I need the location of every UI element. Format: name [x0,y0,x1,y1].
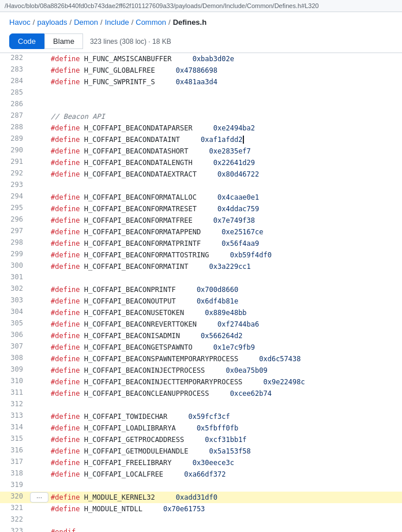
code-view: 282#define H_FUNC_AMSISCANBUFFER 0xbab3d… [0,53,402,532]
line-action-empty [30,480,48,492]
table-row: 283#define H_FUNC_GLOBALFREE 0x47886698 [0,65,402,76]
table-row: 310#define H_COFFAPI_BEACONINJECTTEMPORA… [0,376,402,388]
line-number: 293 [0,180,30,192]
table-row: 297#define H_COFFAPI_BEACONFORMATAPPEND … [0,226,402,238]
line-code: #define H_COFFAPI_GETMODULEHANDLE 0x5a15… [48,445,402,457]
breadcrumb-link-havoc[interactable]: Havoc [9,18,31,27]
line-action-empty [30,469,48,480]
line-action-empty [30,261,48,272]
line-number: 289 [0,134,30,145]
breadcrumb-link-payloads[interactable]: payloads [37,18,67,27]
line-code: #define H_COFFAPI_BEACONFORMATAPPEND 0xe… [48,226,402,238]
line-number: 288 [0,122,30,134]
line-code: #endif [48,526,402,532]
line-number: 319 [0,480,30,492]
table-row: 320···#define H_MODULE_KERNEL32 0xadd31d… [0,492,402,503]
line-code: #define H_COFFAPI_BEACONFORMATFREE 0x7e7… [48,215,402,226]
line-action-empty [30,180,48,192]
table-row: 288#define H_COFFAPI_BEACONDATAPARSER 0x… [0,122,402,134]
table-row: 282#define H_FUNC_AMSISCANBUFFER 0xbab3d… [0,53,402,65]
breadcrumb-sep: / [100,18,103,27]
line-code: #define H_COFFAPI_BEACONDATAEXTRACT 0x80… [48,168,402,180]
table-row: 299#define H_COFFAPI_BEACONFORMATTOSTRIN… [0,249,402,261]
breadcrumb-sep: / [168,18,171,27]
line-number: 307 [0,342,30,353]
line-code: #define H_COFFAPI_BEACONPRINTF 0x700d866… [48,284,402,295]
table-row: 290#define H_COFFAPI_BEACONDATASHORT 0xe… [0,145,402,157]
line-action-empty [30,76,48,88]
line-code: #define H_COFFAPI_TOWIDECHAR 0x59fcf3cf [48,411,402,422]
dots-button[interactable]: ··· [30,492,48,503]
line-number: 306 [0,330,30,342]
breadcrumb-link-common[interactable]: Common [136,18,166,27]
line-action-empty [30,215,48,226]
table-row: 285 [0,88,402,99]
line-number: 298 [0,238,30,249]
blame-tab[interactable]: Blame [44,33,83,49]
line-code: // Beacon API [48,111,402,122]
toolbar: Code Blame 323 lines (308 loc) · 18 KB [0,30,402,53]
line-number: 305 [0,319,30,330]
code-table: 282#define H_FUNC_AMSISCANBUFFER 0xbab3d… [0,53,402,532]
line-number: 311 [0,388,30,399]
table-row: 312 [0,399,402,411]
line-code [48,480,402,492]
line-code: #define H_COFFAPI_BEACONSPAWNTEMPORARYPR… [48,353,402,365]
line-code: #define H_COFFAPI_BEACONINJECTPROCESS 0x… [48,365,402,376]
line-code [48,272,402,284]
line-code: #define H_COFFAPI_BEACONFORMATTOSTRING 0… [48,249,402,261]
line-number: 299 [0,249,30,261]
line-code [48,515,402,526]
breadcrumb-link-include[interactable]: Include [105,18,129,27]
table-row: 311#define H_COFFAPI_BEACONCLEANUPPROCES… [0,388,402,399]
line-menu-button[interactable]: ··· [30,492,48,503]
line-action-empty [30,226,48,238]
line-number: 283 [0,65,30,76]
breadcrumb-link-demon[interactable]: Demon [74,18,98,27]
line-code: #define H_COFFAPI_BEACONFORMATALLOC 0x4c… [48,192,402,203]
line-action-empty [30,111,48,122]
table-row: 304#define H_COFFAPI_BEACONUSETOKEN 0x88… [0,307,402,319]
line-number: 291 [0,157,30,168]
breadcrumb-sep: / [132,18,134,27]
line-code: #define H_COFFAPI_BEACONISADMIN 0x566264… [48,330,402,342]
table-row: 293 [0,180,402,192]
table-row: 300#define H_COFFAPI_BEACONFORMATINT 0x3… [0,261,402,272]
line-code: #define H_COFFAPI_BEACONOUTPUT 0x6df4b81… [48,295,402,307]
line-number: 315 [0,434,30,445]
line-action-empty [30,53,48,65]
table-row: 318#define H_COFFAPI_LOCALFREE 0xa66df37… [0,469,402,480]
line-number: 297 [0,226,30,238]
line-code: #define H_COFFAPI_BEACONDATASHORT 0xe283… [48,145,402,157]
table-row: 313#define H_COFFAPI_TOWIDECHAR 0x59fcf3… [0,411,402,422]
line-number: 286 [0,99,30,111]
line-number: 295 [0,203,30,215]
line-code: #define H_FUNC_SWPRINTF_S 0x481aa3d4 [48,76,402,88]
line-action-empty [30,238,48,249]
line-code: #define H_COFFAPI_BEACONINJECTTEMPORARYP… [48,376,402,388]
line-action-empty [30,376,48,388]
line-action-empty [30,422,48,434]
code-tab[interactable]: Code [9,33,44,49]
table-row: 316#define H_COFFAPI_GETMODULEHANDLE 0x5… [0,445,402,457]
line-action-empty [30,526,48,532]
line-code: #define H_COFFAPI_FREELIBRARY 0x30eece3c [48,457,402,469]
line-code: #define H_FUNC_AMSISCANBUFFER 0xbab3d02e [48,53,402,65]
line-action-empty [30,122,48,134]
line-code: #define H_COFFAPI_LOADLIBRARYA 0x5fbff0f… [48,422,402,434]
line-action-empty [30,295,48,307]
line-number: 317 [0,457,30,469]
line-code: #define H_COFFAPI_BEACONDATAPARSER 0xe24… [48,122,402,134]
line-number: 302 [0,284,30,295]
line-code [48,88,402,99]
breadcrumb-sep: / [33,18,35,27]
line-number: 282 [0,53,30,65]
line-number: 312 [0,399,30,411]
line-action-empty [30,457,48,469]
table-row: 296#define H_COFFAPI_BEACONFORMATFREE 0x… [0,215,402,226]
line-action-empty [30,88,48,99]
line-code [48,99,402,111]
line-code: #define H_COFFAPI_BEACONREVERTTOKEN 0xf2… [48,319,402,330]
line-action-empty [30,65,48,76]
table-row: 289#define H_COFFAPI_BEACONDATAINT 0xaf1… [0,134,402,145]
